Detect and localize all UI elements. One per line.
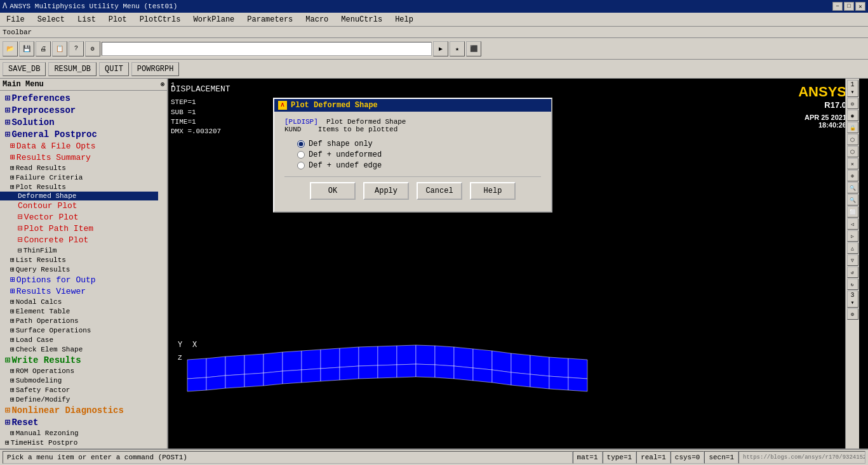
menu-failure-criteria[interactable]: ⊞Failure Criteria — [0, 173, 158, 182]
menu-query-results[interactable]: ⊞Query Results — [0, 265, 158, 274]
toolbar-run3[interactable]: ⬛ — [466, 41, 481, 56]
left-panel: Main Menu ⊗ ⊞Preferences ⊞Preprocessor ⊞… — [0, 79, 168, 449]
save-db-button[interactable]: SAVE_DB — [3, 62, 46, 76]
maximize-button[interactable]: □ — [844, 2, 854, 11]
menu-concrete-plot[interactable]: ⊟Concrete Plot — [0, 234, 158, 246]
menu-nodal-calcs[interactable]: ⊞Nodal Calcs — [0, 297, 158, 306]
radio-row-2: Def + undeformed — [297, 150, 541, 159]
radio-def-undeformed[interactable] — [297, 151, 305, 159]
left-panel-content[interactable]: ⊞Preferences ⊞Preprocessor ⊞Solution ⊞Ge… — [0, 91, 167, 449]
dialog-sub-val-text: Items to be plotted — [318, 126, 397, 133]
quit-button[interactable]: QUIT — [99, 62, 129, 76]
toolbar-copy[interactable]: 📋 — [52, 41, 67, 56]
status-real: real=1 — [636, 451, 671, 464]
title-bar-text: ANSYS Multiphysics Utility Menu (test01) — [10, 3, 177, 10]
close-button[interactable]: ✕ — [855, 2, 865, 11]
menu-macro[interactable]: Macro — [302, 14, 332, 25]
menu-general-postproc[interactable]: ⊞General Postproc — [0, 128, 158, 140]
radio-label-1: Def shape only — [309, 140, 373, 148]
menu-results-summary[interactable]: ⊞Results Summary — [0, 152, 158, 163]
radio-row-1: Def shape only — [297, 140, 541, 148]
menu-plot[interactable]: Plot — [105, 14, 131, 25]
toolbar-print[interactable]: 🖨 — [36, 41, 51, 56]
dialog-cancel-button[interactable]: Cancel — [417, 182, 462, 200]
menu-check-elem-shape[interactable]: ⊞Check Elem Shape — [0, 344, 158, 354]
dialog-ok-button[interactable]: OK — [310, 182, 356, 200]
menu-safety-factor[interactable]: ⊞Safety Factor — [0, 385, 158, 395]
menu-reset[interactable]: ⊞Reset — [0, 416, 158, 428]
menu-menuctrls[interactable]: MenuCtrls — [337, 14, 386, 25]
viewport-area: 1 DISPLACEMENT STEP=1 SUB =1 TIME=1 DMX … — [168, 79, 868, 449]
menu-parameters[interactable]: Parameters — [243, 14, 297, 25]
menu-load-case[interactable]: ⊞Load Case — [0, 335, 158, 344]
menu-bar: File Select List Plot PlotCtrls WorkPlan… — [0, 13, 868, 27]
dialog-cmd-label: [PLDISP] — [284, 118, 318, 126]
status-mat: mat=1 — [573, 451, 603, 464]
menu-timehist-postpro[interactable]: ⊞TimeHist Postpro — [0, 438, 158, 447]
menu-results-viewer[interactable]: ⊞Results Viewer — [0, 285, 158, 297]
powrgrph-button[interactable]: POWRGRPH — [131, 62, 180, 76]
status-secn: secn=1 — [704, 451, 738, 464]
radio-label-3: Def + undef edge — [309, 161, 382, 170]
menu-rom-operations[interactable]: ⊞ROM Operations — [0, 366, 158, 376]
menu-help[interactable]: Help — [391, 14, 417, 25]
menu-workplane[interactable]: WorkPlane — [189, 14, 238, 25]
toolbar-save[interactable]: 💾 — [19, 41, 34, 56]
menu-element-table[interactable]: ⊞Element Table — [0, 306, 158, 316]
toolbar-open[interactable]: 📂 — [3, 41, 18, 56]
menu-data-file-opts[interactable]: ⊞Data & File Opts — [0, 140, 158, 152]
menu-define-modify[interactable]: ⊞Define/Modify — [0, 395, 158, 404]
dialog-radio-group: Def shape only Def + undeformed Def + un… — [284, 140, 541, 170]
menu-list-results[interactable]: ⊞List Results — [0, 255, 158, 265]
status-bar: Pick a menu item or enter a command (POS… — [0, 449, 868, 465]
dialog-apply-button[interactable]: Apply — [363, 182, 409, 200]
dialog-header-text: [PLDISP] Plot Deformed ShapeKUND Items t… — [284, 118, 541, 133]
menu-contour-plot[interactable]: Contour Plot — [0, 200, 158, 211]
dialog-content: [PLDISP] Plot Deformed ShapeKUND Items t… — [274, 112, 551, 211]
menu-plot-results[interactable]: ⊞Plot Results — [0, 182, 158, 192]
menu-solution[interactable]: ⊞Solution — [0, 116, 158, 128]
dialog-help-button[interactable]: Help — [470, 182, 516, 200]
toolbar-extra[interactable]: ⚙ — [85, 41, 100, 56]
radio-def-shape-only[interactable] — [297, 140, 305, 148]
dialog-titlebar: Λ Plot Deformed Shape — [274, 99, 551, 112]
plot-deformed-dialog: Λ Plot Deformed Shape [PLDISP] Plot Defo… — [273, 98, 552, 213]
toolbar-run1[interactable]: ▶ — [433, 41, 448, 56]
title-bar: Λ ANSYS Multiphysics Utility Menu (test0… — [0, 0, 868, 13]
minimize-button[interactable]: − — [832, 2, 843, 11]
menu-preprocessor[interactable]: ⊞Preprocessor — [0, 104, 158, 116]
menu-select[interactable]: Select — [34, 14, 69, 25]
command-input[interactable] — [102, 42, 432, 56]
menu-plot-path-item[interactable]: ⊟Plot Path Item — [0, 223, 158, 234]
menu-submodeling[interactable]: ⊞Submodeling — [0, 376, 158, 385]
menu-vector-plot[interactable]: ⊟Vector Plot — [0, 211, 158, 223]
menu-surface-operations[interactable]: ⊞Surface Operations — [0, 325, 158, 335]
dialog-overlay: Λ Plot Deformed Shape [PLDISP] Plot Defo… — [168, 79, 859, 449]
menu-nonlinear-diagnostics[interactable]: ⊞Nonlinear Diagnostics — [0, 404, 158, 416]
status-csys: csys=0 — [671, 451, 705, 464]
menu-file[interactable]: File — [3, 14, 29, 25]
menu-deformed-shape[interactable]: Deformed Shape — [0, 192, 158, 200]
main-menu-label: Main Menu — [3, 80, 44, 89]
menu-preferences[interactable]: ⊞Preferences — [0, 92, 158, 104]
menu-read-results[interactable]: ⊞Read Results — [0, 163, 158, 173]
main-content: Main Menu ⊗ ⊞Preferences ⊞Preprocessor ⊞… — [0, 79, 868, 449]
menu-write-results[interactable]: ⊞Write Results — [0, 354, 158, 366]
viewport-inner: 1 DISPLACEMENT STEP=1 SUB =1 TIME=1 DMX … — [168, 79, 859, 449]
toolbar-help[interactable]: ? — [69, 41, 84, 56]
status-message: Pick a menu item or enter a command (POS… — [3, 451, 573, 464]
title-bar-controls[interactable]: − □ ✕ — [832, 2, 865, 11]
menu-path-operations[interactable]: ⊞Path Operations — [0, 316, 158, 325]
menu-options-for-outp[interactable]: ⊞Options for Outp — [0, 274, 158, 285]
menu-list[interactable]: List — [74, 14, 100, 25]
collapse-icon[interactable]: ⊗ — [161, 81, 164, 88]
radio-def-undef-edge[interactable] — [297, 162, 305, 169]
dialog-sub-key: KUND — [284, 126, 301, 133]
resum-db-button[interactable]: RESUM_DB — [48, 62, 97, 76]
radio-row-3: Def + undef edge — [297, 161, 541, 170]
menu-manual-rezoning[interactable]: ⊞Manual Rezoning — [0, 428, 158, 438]
title-bar-left: Λ ANSYS Multiphysics Utility Menu (test0… — [3, 2, 177, 11]
menu-thinfilm[interactable]: ⊟ThinFilm — [0, 246, 158, 255]
menu-plotctrls[interactable]: PlotCtrls — [136, 14, 185, 25]
toolbar-run2[interactable]: ★ — [450, 41, 465, 56]
